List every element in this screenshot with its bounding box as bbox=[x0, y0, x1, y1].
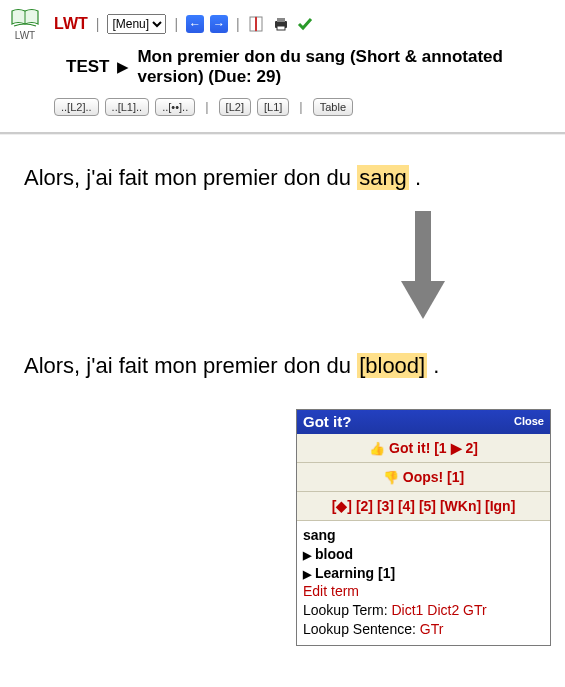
level-buttons[interactable]: [◆] [2] [3] [4] [5] [WKn] [Ign] bbox=[332, 498, 516, 514]
lookup-sentence-label: Lookup Sentence: bbox=[303, 621, 420, 637]
svg-rect-4 bbox=[277, 18, 285, 22]
svg-rect-6 bbox=[415, 211, 431, 281]
gotit-button[interactable]: Got it! [1 ▶ 2] bbox=[389, 440, 478, 456]
book-icon bbox=[8, 6, 42, 30]
separator: | bbox=[299, 99, 302, 114]
thumbs-up-icon bbox=[369, 440, 389, 456]
mode-button-l2[interactable]: [L2] bbox=[219, 98, 251, 116]
edit-term-link[interactable]: Edit term bbox=[303, 583, 359, 599]
levels-row: [◆] [2] [3] [4] [5] [WKn] [Ign] bbox=[297, 492, 550, 521]
panel-body: Got it! [1 ▶ 2] Oops! [1] [◆] [2] [3] [4… bbox=[297, 434, 550, 521]
content: Alors, j'ai fait mon premier don du sang… bbox=[0, 135, 565, 409]
header-row-1: LWT LWT | [Menu] | ← → | bbox=[8, 6, 557, 41]
panel-header: Got it? Close bbox=[297, 410, 550, 434]
page-title: Mon premier don du sang (Short & annotat… bbox=[137, 47, 557, 88]
test-label: TEST bbox=[66, 57, 109, 77]
header: LWT LWT | [Menu] | ← → | TEST ▶ Mon prem… bbox=[0, 0, 565, 124]
status: Learning [1] bbox=[315, 565, 395, 581]
answer-panel: Got it? Close Got it! [1 ▶ 2] Oops! [1] … bbox=[296, 409, 551, 646]
oops-row[interactable]: Oops! [1] bbox=[297, 463, 550, 492]
sentence-2: Alors, j'ai fait mon premier don du [blo… bbox=[24, 353, 541, 379]
triangle-icon bbox=[303, 546, 315, 562]
highlight-word[interactable]: sang bbox=[357, 165, 409, 190]
separator: | bbox=[205, 99, 208, 114]
word-info: sang blood Learning [1] Edit term Lookup… bbox=[297, 521, 550, 645]
nav-next-button[interactable]: → bbox=[210, 15, 228, 33]
mode-button-l2wrap[interactable]: ..[L2].. bbox=[54, 98, 99, 116]
sentence-text: Alors, j'ai fait mon premier don du bbox=[24, 165, 357, 190]
gtr-term-link[interactable]: GTr bbox=[463, 602, 487, 618]
panel-title: Got it? bbox=[303, 413, 351, 430]
logo: LWT bbox=[8, 6, 42, 41]
highlight-translation[interactable]: [blood] bbox=[357, 353, 427, 378]
header-row-3: ..[L2].. ..[L1].. ..[••].. | [L2] [L1] |… bbox=[8, 98, 557, 116]
mode-button-table[interactable]: Table bbox=[313, 98, 353, 116]
oops-button[interactable]: Oops! [1] bbox=[403, 469, 464, 485]
svg-rect-5 bbox=[277, 26, 285, 30]
nav-prev-button[interactable]: ← bbox=[186, 15, 204, 33]
gotit-row[interactable]: Got it! [1 ▶ 2] bbox=[297, 434, 550, 463]
dictionary-icon[interactable] bbox=[248, 15, 266, 33]
sentence-text: . bbox=[409, 165, 421, 190]
mode-button-l1wrap[interactable]: ..[L1].. bbox=[105, 98, 150, 116]
mode-button-dotwrap[interactable]: ..[••].. bbox=[155, 98, 195, 116]
separator: | bbox=[96, 16, 100, 32]
dict2-link[interactable]: Dict2 bbox=[427, 602, 459, 618]
logo-caption: LWT bbox=[15, 30, 35, 41]
triangle-icon bbox=[303, 565, 315, 581]
arrow-down-icon bbox=[24, 211, 541, 327]
separator: | bbox=[236, 16, 240, 32]
gtr-sentence-link[interactable]: GTr bbox=[420, 621, 444, 637]
lookup-term-label: Lookup Term: bbox=[303, 602, 391, 618]
brand[interactable]: LWT bbox=[54, 15, 88, 33]
header-row-2: TEST ▶ Mon premier don du sang (Short & … bbox=[8, 47, 557, 88]
play-icon: ▶ bbox=[117, 58, 129, 76]
close-button[interactable]: Close bbox=[514, 415, 544, 427]
check-icon[interactable] bbox=[296, 15, 314, 33]
svg-rect-2 bbox=[255, 17, 257, 31]
sentence-text: Alors, j'ai fait mon premier don du bbox=[24, 353, 357, 378]
sentence-1: Alors, j'ai fait mon premier don du sang… bbox=[24, 165, 541, 191]
print-icon[interactable] bbox=[272, 15, 290, 33]
sentence-text: . bbox=[427, 353, 439, 378]
word: sang bbox=[303, 526, 544, 545]
menu-select[interactable]: [Menu] bbox=[107, 14, 166, 34]
translation: blood bbox=[315, 546, 353, 562]
mode-button-l1[interactable]: [L1] bbox=[257, 98, 289, 116]
separator: | bbox=[174, 16, 178, 32]
dict1-link[interactable]: Dict1 bbox=[391, 602, 423, 618]
thumbs-down-icon bbox=[383, 469, 403, 485]
